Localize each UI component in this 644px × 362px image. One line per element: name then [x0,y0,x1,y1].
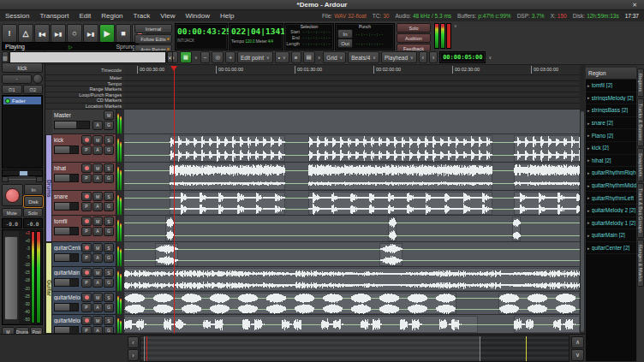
zoom-focus-dropdown[interactable]: ▪∨ [275,51,289,63]
strip-name-entry[interactable] [9,51,166,63]
track-name-label[interactable]: snare [54,193,68,199]
region-list-item[interactable]: ▸guitarRhythmLeft [586,192,636,205]
expander-icon[interactable]: ▸ [587,83,590,88]
track-a-button[interactable]: A [92,303,103,312]
option-button-follow-edits[interactable]: Follow Edits [134,34,172,44]
track-header-master[interactable]: MasterMAG [52,110,116,134]
secondary-clock[interactable]: 022|04|1341 Tempo 120.0 Meter 4/4 [229,23,283,50]
track-a-button[interactable]: A [92,121,103,130]
track-a-button[interactable]: A [92,326,103,335]
expander-icon[interactable]: ▸ [587,233,590,238]
play-button[interactable]: ▶ [99,24,115,43]
track-p-button[interactable]: P [81,227,92,236]
track-p-button[interactable]: P [81,174,92,183]
track-gain-fader[interactable] [54,278,79,287]
track-a-button[interactable]: A [92,174,103,183]
processor-box[interactable]: Fader [2,95,43,169]
region-list-item[interactable]: ▸stringsMelody [2] [586,92,636,105]
sidebar-tab-ranges-marks[interactable]: Ranges & Marks [637,240,644,287]
punch-out-button[interactable]: Out [337,39,353,48]
region-list-item[interactable]: ▸stringsBass [2] [586,104,636,117]
nudge-forward-button[interactable]: › [429,51,438,63]
strip-menu-icon[interactable]: ▥ [2,51,9,63]
tempo-value[interactable]: 120.0 [245,39,254,44]
timeline-rulers[interactable]: 00:00:30:0000:01:00:0000:01:30:0000:02:0… [124,65,580,110]
track-header-guitarmain[interactable]: guitarMainMSPAG [52,267,116,292]
menu-item-window[interactable]: Window [180,10,214,21]
menu-item-edit[interactable]: Edit [74,10,96,21]
track-header-guitarmelody-2[interactable]: guitarMelody 2MSPAG [52,315,116,334]
playhead-marker-icon[interactable] [170,66,177,71]
track-g-button[interactable]: G [104,202,114,211]
grid-type-dropdown[interactable]: Beats/4∨ [348,51,379,63]
track-name-label[interactable]: Master [54,112,71,118]
region-list-item[interactable]: ▸guitarMelody 2 [2] [586,205,636,217]
summary-scroll-left-button[interactable]: ‹ [128,336,139,348]
expander-icon[interactable]: ▸ [587,145,590,151]
solo-global-button[interactable]: Solo [397,23,431,33]
processor-active-led[interactable] [5,98,10,104]
track-gain-fader[interactable] [54,202,79,211]
menu-item-region[interactable]: Region [96,10,128,21]
expander-icon[interactable]: ▸ [587,133,590,138]
track-rec-button[interactable] [81,135,92,145]
track-p-button[interactable]: P [81,303,92,312]
track-name-label[interactable]: guitarMain [54,270,80,276]
track-g-button[interactable]: G [104,326,114,335]
track-a-button[interactable]: A [92,227,103,236]
track-gain-fader[interactable] [54,253,79,262]
expander-icon[interactable]: ▸ [587,195,590,200]
expander-icon[interactable]: ▸ [587,108,590,113]
track-g-button[interactable]: G [104,174,114,183]
option-button-internal[interactable]: Internal [134,24,172,33]
ruler-band-timecode[interactable]: 00:00:30:0000:01:00:0000:01:30:0000:02:0… [124,65,580,75]
edit-group-guitar[interactable]: Guitar [45,242,52,334]
track-header-kick[interactable]: kickMSPAG [52,134,116,163]
track-header-tomfil[interactable]: tomfilMSPAG [52,216,116,242]
track-solo-button[interactable]: S [104,135,114,145]
track-name-label[interactable]: tomfil [54,218,68,224]
track-gain-fader[interactable] [54,326,79,334]
track-mute-button[interactable]: M [92,163,103,173]
edit-point-target-dropdown[interactable]: Playhead∨ [381,51,417,63]
menu-item-track[interactable]: Track [128,10,156,21]
window-close-icon[interactable]: ✕ [632,0,637,9]
track-name-label[interactable]: kick [54,137,63,143]
track-solo-button[interactable]: S [104,192,114,201]
ruler-band-location-markers[interactable] [124,104,580,110]
sidebar-tab-regions[interactable]: Regions [637,68,644,97]
monitor-input-button[interactable]: In [24,184,43,195]
track-rec-button[interactable] [81,217,92,226]
solo-button[interactable]: Solo [23,208,44,217]
track-solo-button[interactable]: S [104,316,114,325]
phase-invert-button[interactable]: ∅1 [2,85,22,94]
trim-knob[interactable] [33,74,43,84]
midi-panic-button[interactable]: ! [2,24,17,43]
peak-display[interactable]: -0.0 [23,218,44,228]
track-g-button[interactable]: G [104,278,114,288]
summary-zoom-in-button[interactable]: ∨ [571,349,584,361]
track-solo-button[interactable]: S [104,293,114,302]
mute-button[interactable]: Mute [2,208,22,217]
note-edit-button[interactable]: ▦ [180,51,192,63]
track-a-button[interactable]: A [92,202,103,211]
punch-in-button[interactable]: In [337,29,353,39]
region-list-item[interactable]: ▸guitarRhythmMidd [586,180,636,193]
track-rec-button[interactable] [81,163,92,173]
track-solo-button[interactable]: S [104,217,114,226]
playhead-line[interactable] [174,66,175,334]
track-mute-button[interactable]: M [92,243,103,252]
expander-icon[interactable]: ▸ [587,121,590,126]
track-mute-button[interactable]: M [92,135,103,145]
track-g-button[interactable]: G [104,121,114,130]
tools-chevron-icon[interactable]: ∨ [194,55,198,60]
nudge-chevron-icon[interactable]: ∨ [488,55,492,60]
summary-strip[interactable] [140,335,569,362]
stop-button[interactable]: ■ [116,24,131,43]
track-name-label[interactable]: guitarMelody 1 [54,294,80,300]
region-list-item[interactable]: ▸guitarMelody 1 [2] [586,217,636,230]
audition-global-button[interactable]: Audition [397,33,431,43]
track-header-guitarcenter[interactable]: guitarCenterMSPAG [52,242,116,267]
go-to-start-button[interactable]: ▮◀ [34,24,50,43]
ruler-band-tempo[interactable] [124,81,580,87]
